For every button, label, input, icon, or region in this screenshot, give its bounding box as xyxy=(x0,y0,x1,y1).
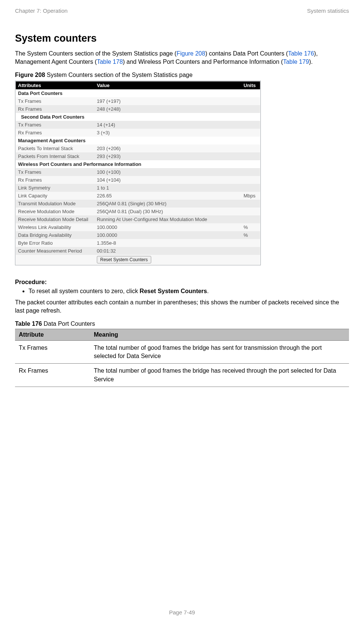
table-row: Tx Frames100 (+100) xyxy=(16,168,260,176)
cell-value: 226.65 xyxy=(95,192,241,200)
cell-meaning: The total number of good frames the brid… xyxy=(90,364,349,387)
page-title: System counters xyxy=(15,33,349,44)
cell-value: 100 (+100) xyxy=(95,168,241,176)
figure-number: Figure 208 xyxy=(15,72,45,78)
cell-value: Running At User-Configured Max Modulatio… xyxy=(95,215,241,223)
cell-units xyxy=(241,144,260,152)
cell-units xyxy=(241,121,260,129)
cell-value: 104 (+104) xyxy=(95,176,241,184)
link-table-176[interactable]: Table 176 xyxy=(288,50,314,57)
cell-attribute: Tx Frames xyxy=(15,340,90,364)
table-row: Packets To Internal Stack203 (+206) xyxy=(16,144,260,152)
defs-row: Tx Frames The total number of good frame… xyxy=(15,340,349,364)
cell-units xyxy=(241,247,260,255)
cell-units: Mbps xyxy=(241,192,260,200)
link-table-178[interactable]: Table 178 xyxy=(97,59,123,65)
cell-attr: Packets From Internal Stack xyxy=(16,152,95,160)
cell-value: 100.0000 xyxy=(95,231,241,239)
cell-attr: Packets To Internal Stack xyxy=(16,144,95,152)
section-data-port: Data Port Counters xyxy=(16,89,260,97)
table-row: Packets From Internal Stack293 (+293) xyxy=(16,152,260,160)
procedure-list: To reset all system counters to zero, cl… xyxy=(15,288,349,295)
cell-attr: Wireless Link Availability xyxy=(16,223,95,231)
figure-208-box: Attributes Value Units Data Port Counter… xyxy=(15,81,261,265)
cell-value: 100.0000 xyxy=(95,223,241,231)
section-mgmt-agent: Management Agent Counters xyxy=(16,137,260,144)
col-units: Units xyxy=(241,81,260,89)
defs-header-row: Attribute Meaning xyxy=(15,329,349,340)
cell-units xyxy=(241,208,260,215)
cell-units xyxy=(241,215,260,223)
cell-value: 248 (+248) xyxy=(95,105,241,113)
cell-units xyxy=(241,129,260,137)
cell-units xyxy=(241,239,260,247)
table-row: Receive Modulation Mode256QAM 0.81 (Dual… xyxy=(16,208,260,215)
table-title: Data Port Counters xyxy=(42,321,95,327)
table-row: Rx Frames3 (+3) xyxy=(16,129,260,137)
intro-text: ). xyxy=(309,59,313,65)
table-row: Tx Frames14 (+14) xyxy=(16,121,260,129)
defs-row: Rx Frames The total number of good frame… xyxy=(15,364,349,387)
procedure-label: Procedure: xyxy=(15,279,349,286)
data-port-counters-table: Attribute Meaning Tx Frames The total nu… xyxy=(15,329,349,387)
page: Chapter 7: Operation System statistics S… xyxy=(0,0,364,623)
cell-attr: Rx Frames xyxy=(16,105,95,113)
cell-attr: Tx Frames xyxy=(16,97,95,105)
cell-attr: Byte Error Ratio xyxy=(16,239,95,247)
table-row: Counter Measurement Period00:01:32 xyxy=(16,247,260,255)
table-row: Wireless Link Availability100.0000% xyxy=(16,223,260,231)
header-left: Chapter 7: Operation xyxy=(15,8,68,14)
cell-attr: Tx Frames xyxy=(16,121,95,129)
cell-meaning: The total number of good frames the brid… xyxy=(90,340,349,364)
table-row: Data Bridging Availability100.0000% xyxy=(16,231,260,239)
cell-value: 00:01:32 xyxy=(95,247,241,255)
cell-units xyxy=(241,184,260,192)
figure-caption: Figure 208 System Counters section of th… xyxy=(15,72,349,78)
table-header-row: Attributes Value Units xyxy=(16,81,260,89)
cell-attr: Link Capacity xyxy=(16,192,95,200)
cell-units xyxy=(241,176,260,184)
cell-attr: Rx Frames xyxy=(16,129,95,137)
col-value: Value xyxy=(95,81,241,89)
link-figure-208[interactable]: Figure 208 xyxy=(176,50,205,57)
cell-value: 203 (+206) xyxy=(95,144,241,152)
cell-value: 256QAM 0.81 (Single) (30 MHz) xyxy=(95,200,241,208)
section-second-data-port: Second Data Port Counters xyxy=(16,113,260,121)
table-row: Link Capacity226.65Mbps xyxy=(16,192,260,200)
step-text: To reset all system counters to zero, cl… xyxy=(29,288,140,294)
intro-text: ) and Wireless Port Counters and Perform… xyxy=(123,59,283,65)
cell-attr: Receive Modulation Mode Detail xyxy=(16,215,95,223)
page-footer: Page 7-49 xyxy=(0,609,364,615)
cell-value: 14 (+14) xyxy=(95,121,241,129)
intro-paragraph: The System Counters section of the Syste… xyxy=(15,50,349,66)
cell-units: % xyxy=(241,231,260,239)
table-row: Byte Error Ratio1.355e-8 xyxy=(16,239,260,247)
reset-system-counters-button[interactable]: Reset System Counters xyxy=(97,256,151,263)
cell-value: 197 (+197) xyxy=(95,97,241,105)
col-meaning: Meaning xyxy=(90,329,349,340)
intro-text: The System Counters section of the Syste… xyxy=(15,50,176,57)
header-right: System statistics xyxy=(307,8,349,14)
table-row: Link Symmetry1 to 1 xyxy=(16,184,260,192)
table-row: Transmit Modulation Mode256QAM 0.81 (Sin… xyxy=(16,200,260,208)
cell-attr: Counter Measurement Period xyxy=(16,247,95,255)
cell-attr: Transmit Modulation Mode xyxy=(16,200,95,208)
cell-units xyxy=(241,105,260,113)
step-text: . xyxy=(207,288,209,294)
cell-units: % xyxy=(241,223,260,231)
cell-attr: Data Bridging Availability xyxy=(16,231,95,239)
procedure-step: To reset all system counters to zero, cl… xyxy=(29,288,349,295)
cell-value: 1 to 1 xyxy=(95,184,241,192)
cell-units xyxy=(241,200,260,208)
section-wireless: Wireless Port Counters and Performance I… xyxy=(16,160,260,168)
cell-value: 256QAM 0.81 (Dual) (30 MHz) xyxy=(95,208,241,215)
cell-value: 3 (+3) xyxy=(95,129,241,137)
table-row: Rx Frames104 (+104) xyxy=(16,176,260,184)
link-table-179[interactable]: Table 179 xyxy=(283,59,309,65)
table-caption: Table 176 Data Port Counters xyxy=(15,321,349,327)
cell-value: 293 (+293) xyxy=(95,152,241,160)
page-header: Chapter 7: Operation System statistics xyxy=(15,8,349,14)
col-attribute: Attribute xyxy=(15,329,90,340)
reset-row: Reset System Counters xyxy=(16,255,260,265)
cell-attribute: Rx Frames xyxy=(15,364,90,387)
